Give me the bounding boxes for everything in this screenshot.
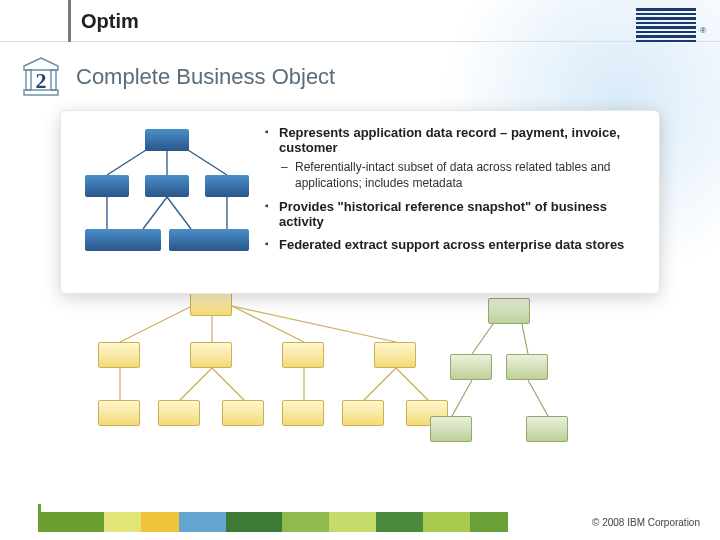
svg-rect-0 [26,70,31,90]
background-diagram [80,290,600,490]
slide-footer: © 2008 IBM Corporation [0,510,720,540]
content-card: Represents application data record – pay… [60,110,660,294]
ibm-logo-icon [636,8,696,42]
bullet-2: Provides "historical reference snapshot"… [265,199,641,229]
product-name: Optim [68,0,139,42]
bullet-1: Represents application data record – pay… [265,125,641,191]
card-diagram [79,125,249,275]
card-text: Represents application data record – pay… [265,125,641,275]
bullet-3: Federated extract support across enterpr… [265,237,641,252]
slide: Optim ® 2 Complete Business Object [0,0,720,540]
bullet-1-sub-1: Referentially-intact subset of data acro… [279,159,641,191]
copyright-text: © 2008 IBM Corporation [592,517,700,528]
pillar-number-icon: 2 [20,56,62,98]
slide-title: Complete Business Object [76,64,335,90]
registered-mark: ® [700,26,706,35]
slide-header: Optim ® [0,0,720,42]
title-row: 2 Complete Business Object [20,56,335,98]
footer-color-stripe [38,512,508,532]
svg-rect-1 [51,70,56,90]
bullet-1-text: Represents application data record – pay… [279,125,620,155]
pillar-number: 2 [36,68,47,93]
